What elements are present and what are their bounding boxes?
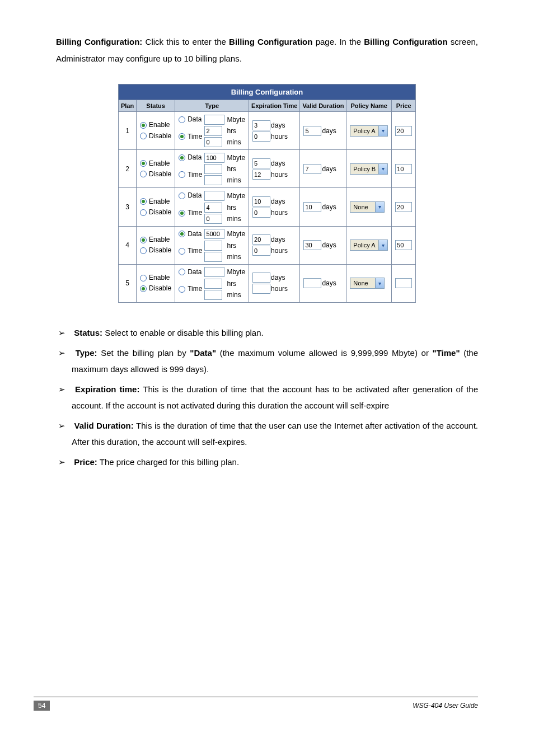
table-row: 4EnableDisableDataTimeMbytehrsminsdaysho… bbox=[118, 226, 415, 264]
intro-bc-bold: Billing Configuration bbox=[229, 37, 312, 46]
exp-days-input[interactable] bbox=[252, 234, 270, 245]
status-disable-label: Disable bbox=[149, 169, 171, 180]
bullet-price: Price: The price charged for this billin… bbox=[72, 454, 478, 471]
hdr-policy: Policy Name bbox=[346, 100, 392, 112]
mins-input[interactable] bbox=[204, 214, 222, 224]
policy-dropdown[interactable]: Policy B▾ bbox=[350, 163, 388, 175]
mbyte-input[interactable] bbox=[204, 115, 224, 125]
policy-dropdown[interactable]: Policy A▾ bbox=[350, 240, 387, 251]
type-time-label: Time bbox=[188, 170, 202, 180]
price-input[interactable] bbox=[395, 240, 412, 250]
intro-lead-bold: Billing Configuration: bbox=[56, 37, 142, 46]
type-data-radio[interactable]: Data bbox=[179, 114, 202, 125]
radio-icon bbox=[179, 154, 185, 161]
radio-icon bbox=[140, 275, 147, 281]
expiration-cell: dayshours bbox=[249, 226, 300, 264]
radio-icon bbox=[140, 122, 147, 129]
hrs-input[interactable] bbox=[204, 164, 222, 174]
status-disable-label: Disable bbox=[149, 283, 171, 294]
exp-days-label: days bbox=[271, 274, 296, 281]
status-enable-radio[interactable]: Enable bbox=[140, 158, 171, 169]
policy-dropdown[interactable]: None▾ bbox=[350, 278, 385, 289]
type-data-radio[interactable]: Data bbox=[179, 267, 202, 278]
radio-icon bbox=[179, 192, 185, 199]
type-time-radio[interactable]: Time bbox=[179, 284, 202, 294]
policy-dropdown[interactable]: None▾ bbox=[350, 201, 385, 213]
price-input[interactable] bbox=[395, 126, 412, 136]
mbyte-label: Mbyte bbox=[227, 116, 245, 124]
exp-hours-input[interactable] bbox=[252, 208, 270, 218]
exp-days-label: days bbox=[271, 121, 296, 129]
exp-days-input[interactable] bbox=[252, 158, 270, 168]
exp-days-label: days bbox=[271, 236, 296, 243]
hrs-input[interactable] bbox=[204, 203, 222, 213]
status-disable-radio[interactable]: Disable bbox=[140, 131, 171, 142]
policy-dropdown-value: None bbox=[350, 280, 375, 287]
hdr-expiration: Expiration Time bbox=[249, 100, 300, 112]
valid-days-input[interactable] bbox=[303, 126, 321, 136]
valid-days-input[interactable] bbox=[303, 278, 321, 288]
page-footer: 54 WSG-404 User Guide bbox=[34, 697, 478, 711]
policy-dropdown[interactable]: Policy A▾ bbox=[350, 125, 387, 137]
type-data-radio[interactable]: Data bbox=[179, 229, 202, 240]
mbyte-input[interactable] bbox=[204, 153, 224, 163]
price-input[interactable] bbox=[395, 278, 412, 288]
price-input[interactable] bbox=[395, 164, 412, 174]
status-enable-radio[interactable]: Enable bbox=[140, 273, 171, 283]
bullet-valid-label: Valid Duration: bbox=[74, 421, 134, 430]
mbyte-input[interactable] bbox=[204, 229, 224, 239]
exp-days-input[interactable] bbox=[252, 273, 270, 283]
mins-input[interactable] bbox=[204, 252, 222, 262]
price-input[interactable] bbox=[395, 202, 412, 212]
status-disable-radio[interactable]: Disable bbox=[140, 169, 171, 180]
policy-cell: Policy A▾ bbox=[346, 226, 392, 264]
exp-hours-label: hours bbox=[271, 133, 296, 140]
hdr-valid: Valid Duration bbox=[300, 100, 346, 112]
status-enable-radio[interactable]: Enable bbox=[140, 234, 171, 245]
policy-dropdown-value: None bbox=[350, 204, 375, 210]
type-time-radio[interactable]: Time bbox=[179, 132, 202, 142]
table-row: 2EnableDisableDataTimeMbytehrsminsdaysho… bbox=[118, 150, 415, 188]
policy-cell: None▾ bbox=[346, 188, 392, 226]
type-data-label: Data bbox=[188, 152, 202, 163]
type-data-radio[interactable]: Data bbox=[179, 152, 202, 163]
status-disable-radio[interactable]: Disable bbox=[140, 283, 171, 294]
radio-icon bbox=[179, 248, 185, 255]
bullet-type: Type: Set the billing plan by "Data" (th… bbox=[72, 345, 478, 377]
exp-hours-input[interactable] bbox=[252, 132, 270, 142]
exp-hours-input[interactable] bbox=[252, 170, 270, 180]
status-disable-radio[interactable]: Disable bbox=[140, 245, 171, 256]
status-disable-radio[interactable]: Disable bbox=[140, 207, 171, 218]
type-data-label: Data bbox=[188, 190, 202, 201]
exp-days-input[interactable] bbox=[252, 196, 270, 206]
hrs-input[interactable] bbox=[204, 126, 222, 136]
exp-hours-input[interactable] bbox=[252, 284, 270, 294]
radio-icon bbox=[140, 171, 147, 177]
exp-days-input[interactable] bbox=[252, 120, 270, 130]
status-cell: EnableDisable bbox=[137, 226, 175, 264]
type-time-radio[interactable]: Time bbox=[179, 208, 202, 218]
exp-hours-input[interactable] bbox=[252, 246, 270, 256]
status-enable-radio[interactable]: Enable bbox=[140, 120, 171, 130]
valid-days-input[interactable] bbox=[303, 240, 321, 250]
status-enable-radio[interactable]: Enable bbox=[140, 196, 171, 207]
valid-days-input[interactable] bbox=[303, 202, 321, 212]
mins-label: mins bbox=[227, 253, 245, 261]
mbyte-input[interactable] bbox=[204, 191, 224, 201]
mins-input[interactable] bbox=[204, 137, 222, 147]
exp-days-label: days bbox=[271, 198, 296, 205]
valid-days-input[interactable] bbox=[303, 164, 321, 174]
type-data-radio[interactable]: Data bbox=[179, 190, 202, 201]
mbyte-input[interactable] bbox=[204, 267, 224, 277]
status-enable-label: Enable bbox=[149, 120, 170, 130]
hdr-type: Type bbox=[175, 100, 249, 112]
type-time-radio[interactable]: Time bbox=[179, 246, 202, 256]
hrs-input[interactable] bbox=[204, 241, 222, 251]
mins-input[interactable] bbox=[204, 175, 222, 185]
hrs-input[interactable] bbox=[204, 279, 222, 289]
bullet-type-text1: Set the billing plan by bbox=[97, 348, 190, 358]
mins-input[interactable] bbox=[204, 290, 222, 300]
type-time-radio[interactable]: Time bbox=[179, 170, 202, 180]
hdr-plan: Plan bbox=[118, 100, 136, 112]
radio-icon bbox=[179, 231, 185, 237]
